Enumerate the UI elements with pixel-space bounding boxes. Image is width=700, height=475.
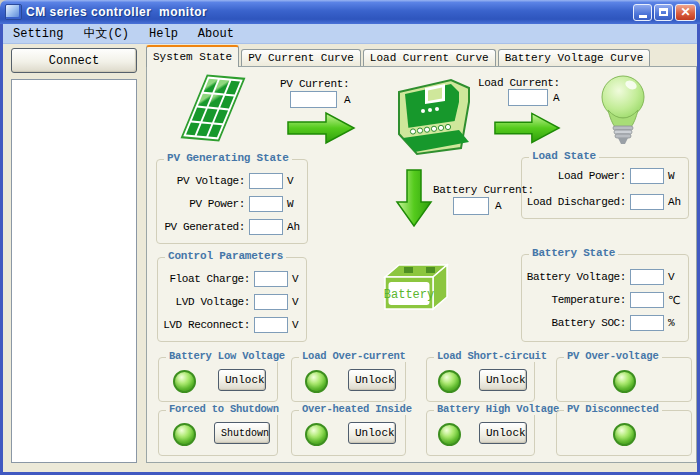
app-icon <box>5 4 22 20</box>
temperature-label: Temperature: <box>526 294 626 306</box>
over-heated-inside-led-icon <box>305 423 328 446</box>
menu-language[interactable]: 中文(C) <box>73 24 139 43</box>
menu-bar: Setting 中文(C) Help About <box>3 24 697 44</box>
battery-voltage-unit: V <box>668 271 675 283</box>
lvd-voltage-label: LVD Voltage: <box>162 296 250 308</box>
pv-power-label: PV Power: <box>161 198 245 210</box>
battery-low-voltage-unlock-button[interactable]: Unlock <box>218 369 266 391</box>
load-discharged-label: Load Discharged: <box>526 196 626 208</box>
load-discharged-input[interactable] <box>630 194 664 210</box>
temperature-input[interactable] <box>630 292 664 308</box>
tab-pv-current-curve[interactable]: PV Current Curve <box>241 49 361 67</box>
minimize-button[interactable] <box>633 4 652 21</box>
maximize-button[interactable] <box>654 4 673 21</box>
load-current-label: Load Current: <box>478 77 560 89</box>
pv-generated-input[interactable] <box>249 219 283 235</box>
forced-to-shutdown-led-icon <box>173 423 196 446</box>
battery-current-label: Battery Current: <box>433 184 534 196</box>
pv-voltage-unit: V <box>287 175 294 187</box>
tab-load-current-curve[interactable]: Load Current Curve <box>363 49 496 67</box>
pv-disconnected-led-icon <box>613 423 636 446</box>
load-state-group: Load State Load Power: W Load Discharged… <box>521 157 689 219</box>
flow-arrow-pv-to-controller-icon <box>286 110 356 146</box>
load-over-current-led-icon <box>305 370 328 393</box>
battery-soc-input[interactable] <box>630 315 664 331</box>
over-heated-inside-unlock-button[interactable]: Unlock <box>348 422 396 444</box>
forced-to-shutdown-title: Forced to Shutdown <box>166 403 282 415</box>
light-bulb-icon <box>597 72 649 146</box>
battery-state-title: Battery State <box>529 247 618 259</box>
pv-generated-unit: Ah <box>287 221 300 233</box>
battery-high-voltage-unlock-button[interactable]: Unlock <box>479 422 527 444</box>
lvd-reconnect-input[interactable] <box>254 317 288 333</box>
solar-panel-icon <box>180 74 245 141</box>
lvd-voltage-unit: V <box>292 296 299 308</box>
load-power-label: Load Power: <box>526 170 626 182</box>
lvd-voltage-input[interactable] <box>254 294 288 310</box>
battery-high-voltage-title: Battery High Voltage <box>434 403 562 415</box>
battery-voltage-input[interactable] <box>630 269 664 285</box>
window-body: Setting 中文(C) Help About Connect System … <box>0 24 700 475</box>
battery-low-voltage-title: Battery Low Voltage <box>166 350 288 362</box>
menu-help[interactable]: Help <box>139 26 188 42</box>
pv-disconnected-group: PV Disconnected <box>556 410 692 456</box>
battery-current-unit: A <box>495 200 501 212</box>
menu-about[interactable]: About <box>188 26 244 42</box>
lvd-reconnect-label: LVD Reconnect: <box>162 319 250 331</box>
load-current-unit: A <box>553 92 559 104</box>
battery-high-voltage-led-icon <box>438 423 461 446</box>
maximize-icon <box>659 8 668 16</box>
temperature-unit: ℃ <box>668 294 680 307</box>
pv-power-input[interactable] <box>249 196 283 212</box>
load-short-circuit-unlock-button[interactable]: Unlock <box>479 369 527 391</box>
float-charge-input[interactable] <box>254 271 288 287</box>
over-heated-inside-group: Over-heated Inside Unlock <box>291 410 406 456</box>
float-charge-unit: V <box>292 273 299 285</box>
connect-button[interactable]: Connect <box>11 48 137 73</box>
pv-current-unit: A <box>344 94 350 106</box>
float-charge-label: Float Charge: <box>162 273 250 285</box>
pv-generated-label: PV Generated: <box>161 221 245 233</box>
load-power-input[interactable] <box>630 168 664 184</box>
window-controls: ✕ <box>633 4 696 21</box>
control-parameters-group: Control Parameters Float Charge: V LVD V… <box>157 257 307 342</box>
minimize-icon <box>639 15 647 18</box>
menu-setting[interactable]: Setting <box>3 26 73 42</box>
battery-current-input[interactable] <box>453 197 489 215</box>
pv-disconnected-title: PV Disconnected <box>564 403 662 415</box>
load-over-current-unlock-button[interactable]: Unlock <box>348 369 396 391</box>
load-over-current-title: Load Over-current <box>299 350 409 362</box>
device-list[interactable] <box>11 79 137 463</box>
load-current-input[interactable] <box>508 89 548 106</box>
battery-icon-label: Battery <box>384 288 434 302</box>
title-bar[interactable]: CM series controller monitor ✕ <box>0 0 700 24</box>
load-power-unit: W <box>668 170 675 182</box>
battery-state-group: Battery State Battery Voltage: V Tempera… <box>521 254 689 342</box>
pv-current-label: PV Current: <box>280 78 349 90</box>
flow-arrow-controller-to-battery-icon <box>395 168 433 228</box>
battery-icon: Battery <box>377 255 457 319</box>
control-parameters-title: Control Parameters <box>165 250 286 262</box>
pv-over-voltage-group: PV Over-voltage <box>556 357 692 402</box>
load-over-current-group: Load Over-current Unlock <box>291 357 406 402</box>
over-heated-inside-title: Over-heated Inside <box>299 403 415 415</box>
load-short-circuit-title: Load Short-circuit <box>434 350 550 362</box>
pv-generating-state-group: PV Generating State PV Voltage: V PV Pow… <box>156 159 308 244</box>
battery-voltage-label: Battery Voltage: <box>526 271 626 283</box>
pv-voltage-input[interactable] <box>249 173 283 189</box>
forced-to-shutdown-shutdown-button[interactable]: Shutdown <box>214 422 270 444</box>
window-title: CM series controller monitor <box>26 5 207 19</box>
load-state-title: Load State <box>529 150 599 162</box>
pv-current-input[interactable] <box>290 91 337 108</box>
system-state-panel: PV Current: A Load Cur <box>146 66 697 463</box>
close-button[interactable]: ✕ <box>675 4 696 21</box>
tab-battery-voltage-curve[interactable]: Battery Voltage Curve <box>498 49 651 67</box>
pv-over-voltage-title: PV Over-voltage <box>564 350 662 362</box>
app-window: CM series controller monitor ✕ Setting 中… <box>0 0 700 475</box>
pv-over-voltage-led-icon <box>613 370 636 393</box>
battery-soc-label: Battery SOC: <box>526 317 626 329</box>
pv-generating-state-title: PV Generating State <box>164 152 292 164</box>
load-short-circuit-group: Load Short-circuit Unlock <box>426 357 535 402</box>
tab-system-state[interactable]: System State <box>146 45 239 67</box>
pv-power-unit: W <box>287 198 294 210</box>
